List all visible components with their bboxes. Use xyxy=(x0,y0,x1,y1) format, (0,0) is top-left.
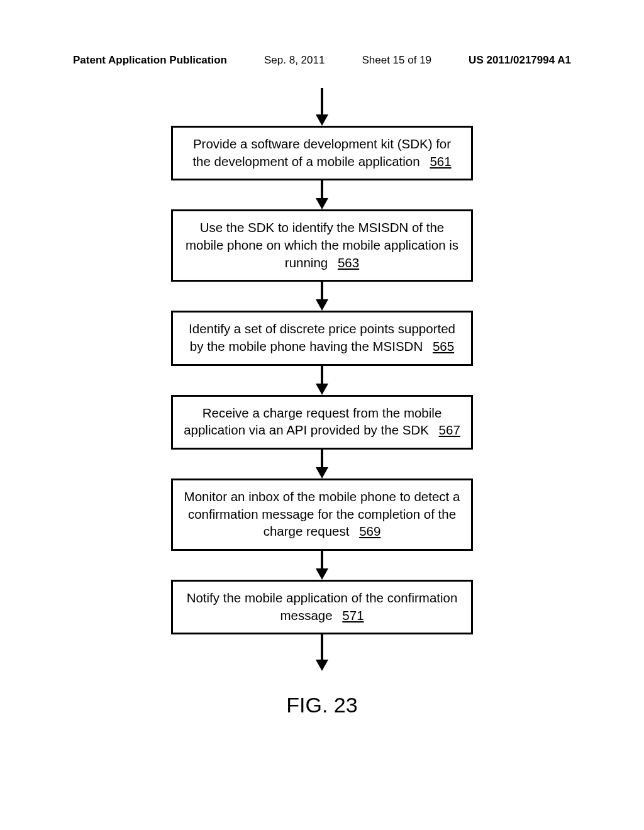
publication-label: Patent Application Publication xyxy=(73,54,227,67)
step-ref: 565 xyxy=(433,339,454,353)
step-text: Identify a set of discrete price points … xyxy=(189,321,455,353)
arrow-segment xyxy=(321,88,323,114)
publication-number: US 2011/0217994 A1 xyxy=(469,54,571,67)
flow-step-565: Identify a set of discrete price points … xyxy=(171,311,473,365)
step-ref: 569 xyxy=(359,524,380,538)
arrow-segment xyxy=(321,450,323,467)
step-ref: 571 xyxy=(342,608,364,622)
arrow-down-icon xyxy=(316,299,328,311)
arrow-segment xyxy=(321,282,323,299)
page-header: Patent Application Publication Sep. 8, 2… xyxy=(73,54,571,67)
step-text: Notify the mobile application of the con… xyxy=(187,590,458,622)
flow-step-567: Receive a charge request from the mobile… xyxy=(171,395,473,450)
flow-step-571: Notify the mobile application of the con… xyxy=(171,580,473,634)
publication-date: Sep. 8, 2011 xyxy=(264,54,325,67)
flow-step-569: Monitor an inbox of the mobile phone to … xyxy=(171,479,473,551)
flow-step-561: Provide a software development kit (SDK)… xyxy=(171,126,473,180)
arrow-down-icon xyxy=(316,660,328,671)
arrow-segment xyxy=(321,634,323,660)
arrow-segment xyxy=(321,180,323,198)
arrow-segment xyxy=(321,366,323,384)
arrow-segment xyxy=(321,551,323,568)
step-ref: 567 xyxy=(439,423,460,437)
arrow-down-icon xyxy=(316,467,328,479)
arrow-down-icon xyxy=(316,384,328,395)
arrow-down-icon xyxy=(316,114,328,126)
arrow-down-icon xyxy=(316,198,328,209)
step-text: Monitor an inbox of the mobile phone to … xyxy=(184,489,460,538)
step-ref: 561 xyxy=(430,154,451,169)
step-text: Use the SDK to identify the MSISDN of th… xyxy=(186,220,458,269)
step-text: Receive a charge request from the mobile… xyxy=(184,406,441,438)
arrow-down-icon xyxy=(316,568,328,580)
step-ref: 563 xyxy=(338,255,359,270)
step-text: Provide a software development kit (SDK)… xyxy=(192,136,451,169)
flowchart: Provide a software development kit (SDK)… xyxy=(0,88,644,671)
figure-label: FIG. 23 xyxy=(0,693,644,717)
sheet-number: Sheet 15 of 19 xyxy=(362,54,431,67)
flow-step-563: Use the SDK to identify the MSISDN of th… xyxy=(171,209,473,282)
